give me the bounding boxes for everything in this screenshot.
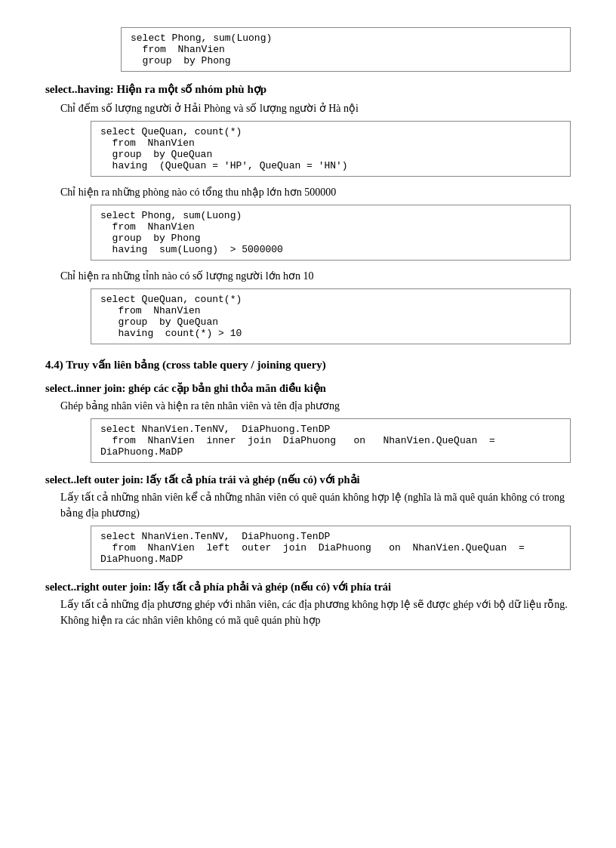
left-join-code: select NhanVien.TenNV, DiaPhuong.TenDP f… [91,526,571,570]
having-code1: select QueQuan, count(*) from NhanVien g… [91,121,571,177]
having-example3-desc: Chỉ hiện ra những tỉnh nào có số lượng n… [60,268,571,284]
having-code3: select QueQuan, count(*) from NhanVien g… [91,288,571,344]
having-heading: select..having: Hiện ra một số nhóm phù … [45,82,571,96]
inner-join-code: select NhanVien.TenNV, DiaPhuong.TenDP f… [91,418,571,463]
section-right-join: select..right outer join: lấy tất cả phí… [45,581,571,628]
section-inner-join: select..inner join: ghép các cặp bản ghi… [45,382,571,463]
having-example1-desc: Chỉ đếm số lượng người ở Hải Phòng và số… [60,100,571,116]
right-join-heading: select..right outer join: lấy tất cả phí… [45,581,571,594]
section-having: select..having: Hiện ra một số nhóm phù … [45,82,571,344]
left-join-heading: select..left outer join: lấy tất cả phía… [45,473,571,486]
section-44: 4.4) Truy vấn liên bảng (cross table que… [45,358,571,372]
having-example2-desc: Chỉ hiện ra những phòng nào có tổng thu … [60,184,571,200]
right-join-desc: Lấy tất cả những địa phương ghép với nhâ… [60,597,571,628]
having-code2: select Phong, sum(Luong) from NhanVien g… [91,205,571,261]
section-left-join: select..left outer join: lấy tất cả phía… [45,473,571,570]
inner-join-desc: Ghép bảng nhân viên và hiện ra tên nhân … [60,398,571,414]
inner-join-heading: select..inner join: ghép các cặp bản ghi… [45,382,571,395]
code-block-top: select Phong, sum(Luong) from NhanVien g… [121,27,571,72]
left-join-desc: Lấy tất cả những nhân viên kể cả những n… [60,489,571,521]
section-44-heading: 4.4) Truy vấn liên bảng (cross table que… [45,358,571,372]
